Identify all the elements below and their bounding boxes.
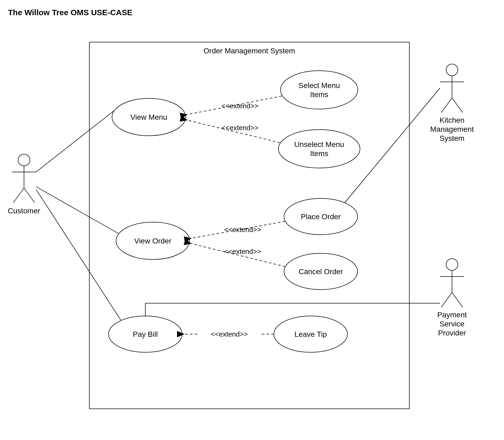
use-case-diagram: Order Management System View Menu Select… — [0, 0, 504, 440]
svg-point-23 — [446, 64, 458, 76]
usecase-leave-tip: Leave Tip — [274, 316, 347, 352]
actor-kms-label-2: Management — [430, 125, 474, 133]
actor-kms-label-1: Kitchen — [439, 116, 464, 124]
svg-line-31 — [441, 293, 452, 307]
system-boundary-label: Order Management System — [203, 47, 295, 55]
svg-line-21 — [13, 188, 24, 203]
svg-line-32 — [452, 293, 463, 307]
svg-point-18 — [18, 154, 30, 166]
usecase-view-order: View Order — [116, 222, 190, 259]
actor-customer-label: Customer — [8, 207, 40, 215]
svg-text:Unselect Menu: Unselect Menu — [294, 140, 344, 149]
svg-point-28 — [446, 259, 458, 270]
svg-text:Items: Items — [310, 149, 328, 158]
svg-text:View Order: View Order — [134, 237, 171, 245]
assoc-customer-viewmenu — [36, 111, 114, 172]
usecase-cancel-order: Cancel Order — [284, 253, 358, 290]
extend-selectmenu-viewmenu-label: <<extend>> — [222, 102, 259, 110]
assoc-customer-paybill — [36, 189, 121, 321]
assoc-psp-paybill — [145, 303, 440, 316]
extend-unselectmenu-viewmenu-label: <<extend>> — [222, 124, 259, 132]
svg-point-5 — [278, 130, 360, 168]
svg-text:View Menu: View Menu — [130, 113, 167, 121]
extend-placeorder-vieworder-label: <<extend>> — [224, 226, 261, 234]
usecase-select-menu-items: Select Menu Items — [281, 71, 358, 109]
svg-text:Place Order: Place Order — [301, 213, 341, 221]
svg-text:Pay Bill: Pay Bill — [133, 330, 158, 338]
usecase-pay-bill: Pay Bill — [109, 316, 182, 352]
actor-psp-label-3: Provider — [438, 329, 466, 337]
svg-line-22 — [24, 188, 35, 203]
usecase-unselect-menu-items: Unselect Menu Items — [278, 130, 360, 168]
actor-kms — [440, 64, 464, 113]
actor-psp-label-2: Service — [439, 320, 464, 328]
actor-psp-label-1: Payment — [437, 311, 467, 319]
extend-cancelorder-vieworder-label: <<extend>> — [224, 247, 261, 255]
svg-point-2 — [281, 71, 358, 109]
usecase-place-order: Place Order — [284, 198, 358, 235]
actor-kms-label-3: System — [439, 134, 464, 142]
svg-line-27 — [452, 98, 463, 113]
actor-psp — [440, 259, 464, 307]
svg-text:Select Menu: Select Menu — [298, 81, 340, 90]
usecase-view-menu: View Menu — [112, 98, 186, 136]
actor-customer — [12, 154, 36, 203]
svg-text:Cancel Order: Cancel Order — [299, 267, 343, 276]
svg-text:Items: Items — [310, 90, 328, 99]
assoc-customer-vieworder — [36, 187, 119, 234]
extend-leavetip-paybill-label: <<extend>> — [211, 330, 248, 338]
svg-line-26 — [441, 98, 452, 113]
svg-text:Leave Tip: Leave Tip — [294, 330, 327, 338]
